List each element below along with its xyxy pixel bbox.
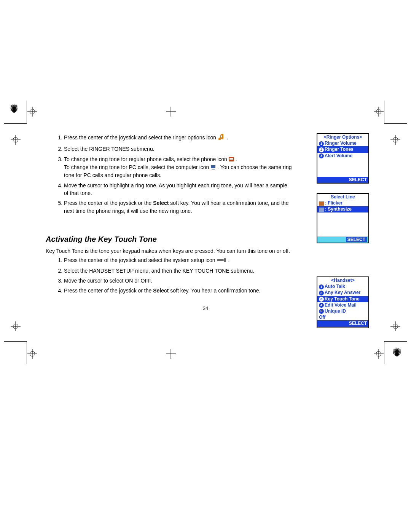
- screen3-item2: 2Any Key Answer: [317, 289, 368, 296]
- step1-post: .: [227, 134, 228, 141]
- crop-mark: [4, 341, 27, 342]
- starburst-mark: [391, 349, 403, 360]
- phone-icon: [319, 201, 324, 206]
- svg-rect-3: [212, 169, 215, 169]
- screen1-item1: 1Ringer Volume: [317, 140, 368, 146]
- step1-pre: Press the center of the joystick and sel…: [64, 134, 218, 141]
- registration-mark: [390, 321, 400, 331]
- svg-rect-4: [217, 259, 224, 261]
- screen1-select[interactable]: SELECT: [317, 177, 368, 183]
- screen3-item4: 4Edit Voice Mail: [317, 302, 368, 308]
- registration-mark: [166, 349, 176, 359]
- crop-mark: [384, 341, 407, 342]
- section-intro: Key Touch Tone is the tone your keypad m…: [46, 247, 365, 255]
- starburst-mark: [8, 105, 20, 117]
- screen3-title: <Handset>: [317, 277, 368, 283]
- crop-mark: [27, 101, 27, 123]
- screen3-item5: 5Unique ID: [317, 308, 368, 314]
- crop-mark: [384, 341, 384, 364]
- svg-rect-1: [229, 158, 233, 160]
- music-note-icon: [218, 133, 225, 143]
- registration-mark: [374, 107, 384, 117]
- screen2-select[interactable]: SELECT: [346, 237, 367, 242]
- kt-step-1: Press the center of the joystick and sel…: [64, 256, 365, 264]
- crop-mark: [384, 101, 384, 123]
- screen3-item3: 3Key Touch Tone: [317, 296, 368, 302]
- crop-mark: [4, 123, 27, 124]
- kt-step-2: Select the HANDSET SETUP menu, and then …: [64, 267, 365, 275]
- registration-mark: [11, 321, 21, 331]
- registration-mark: [27, 107, 37, 117]
- screen1-title: <Ringer Options>: [317, 134, 368, 140]
- crop-mark: [384, 123, 407, 124]
- registration-mark: [11, 135, 21, 145]
- registration-mark: [374, 349, 384, 359]
- screen2-title: Select Line: [317, 194, 368, 200]
- screen2-item1: : Flicker: [317, 200, 368, 206]
- screen3-item1: 1Auto Talk: [317, 283, 368, 289]
- screen2-item2: : Synthesize: [317, 206, 368, 212]
- registration-mark: [390, 135, 400, 145]
- setup-icon: [217, 257, 227, 264]
- screen1-item3: 3Alert Volume: [317, 153, 368, 159]
- screen3-status: Off: [317, 314, 368, 320]
- screen-handset: <Handset> 1Auto Talk 2Any Key Answer 3Ke…: [317, 276, 369, 328]
- computer-icon: [319, 208, 324, 212]
- crop-mark: [27, 341, 27, 364]
- svg-rect-5: [224, 258, 226, 262]
- computer-icon: [210, 164, 216, 171]
- registration-mark: [166, 107, 176, 117]
- screen1-item2: 2Ringer Tones: [317, 146, 368, 152]
- screen-ringer-options: <Ringer Options> 1Ringer Volume 2Ringer …: [317, 133, 369, 184]
- screen2-footer: SELECT: [317, 236, 368, 243]
- screen-select-line: Select Line : Flicker : Synthesize SELEC…: [317, 193, 369, 243]
- screen3-select[interactable]: SELECT: [317, 320, 368, 326]
- phone-icon: [229, 156, 234, 163]
- svg-rect-2: [211, 165, 215, 168]
- registration-mark: [27, 349, 37, 359]
